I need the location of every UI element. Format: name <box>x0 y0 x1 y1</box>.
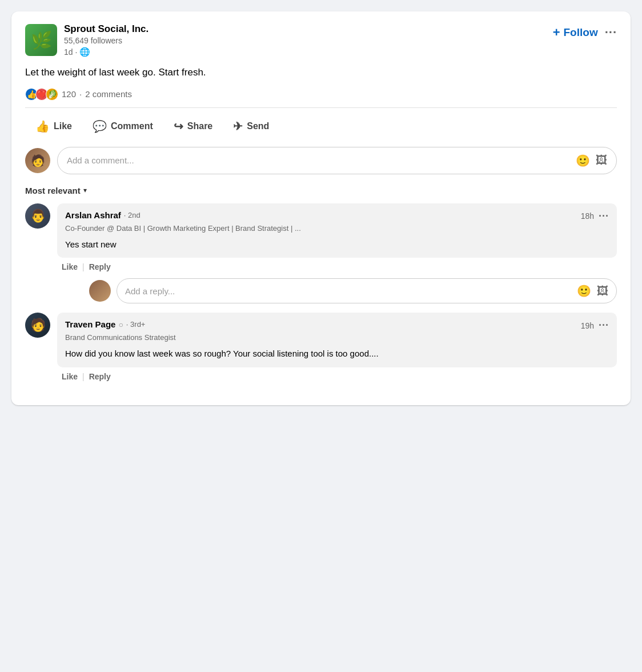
traven-connection: · 3rd+ <box>126 320 146 329</box>
traven-more-button[interactable]: ··· <box>599 319 609 331</box>
traven-avatar-img: 🧑 <box>30 318 46 333</box>
action-bar: 👍 Like 💬 Comment ↪ Share ✈ Send <box>25 113 617 147</box>
comment-right: Arslan Ashraf · 2nd 18h ··· Co-Founder @… <box>57 203 617 303</box>
comment-header-traven: Traven Page ○ · 3rd+ 19h ··· <box>65 319 609 331</box>
traven-comment-footer: Like | Reply <box>57 371 617 382</box>
comment-input-box[interactable]: Add a comment... 🙂 🖼 <box>57 147 617 174</box>
reply-user-avatar <box>89 280 111 302</box>
reply-emoji-icon[interactable]: 🙂 <box>577 284 591 298</box>
reactions-row: 👍 ❤️ 🥬 120 · 2 comments <box>25 88 617 101</box>
sort-arrow-icon: ▾ <box>83 186 87 194</box>
comment-block: 👨 Arslan Ashraf · 2nd 18h ··· Co-Founder… <box>25 203 617 303</box>
follow-label: Follow <box>564 26 598 39</box>
comment-name-row: Arslan Ashraf · 2nd <box>65 210 141 220</box>
company-logo: 🌿 <box>25 24 57 56</box>
send-icon: ✈ <box>233 119 243 133</box>
company-info: Sprout Social, Inc. 55,649 followers 1d … <box>64 23 149 57</box>
comment-text: Yes start new <box>65 238 609 251</box>
company-followers: 55,649 followers <box>64 35 149 46</box>
company-name[interactable]: Sprout Social, Inc. <box>64 23 149 35</box>
share-label: Share <box>187 121 212 131</box>
comment-bubble-traven: Traven Page ○ · 3rd+ 19h ··· Brand Commu… <box>57 313 617 367</box>
commenter-title: Co-Founder @ Data BI | Growth Marketing … <box>65 224 609 234</box>
traven-comment-text: How did you know last week was so rough?… <box>65 347 609 361</box>
reply-placeholder: Add a reply... <box>125 286 175 296</box>
reply-input-actions: 🙂 🖼 <box>577 284 608 298</box>
reply-image-icon[interactable]: 🖼 <box>597 285 608 298</box>
image-upload-icon[interactable]: 🖼 <box>596 154 607 167</box>
comment-right-traven: Traven Page ○ · 3rd+ 19h ··· Brand Commu… <box>57 313 617 382</box>
reaction-dot: · <box>79 89 82 99</box>
thumbs-up-icon: 👍 <box>35 119 50 133</box>
open-to-work-badge: ○ <box>118 320 123 329</box>
globe-icon: 🌐 <box>79 47 90 57</box>
divider <box>25 107 617 108</box>
share-icon: ↪ <box>174 119 183 133</box>
connection-badge: · 2nd <box>124 211 141 219</box>
header-left: 🌿 Sprout Social, Inc. 55,649 followers 1… <box>25 23 149 57</box>
traven-time-row: 19h ··· <box>581 319 609 331</box>
comment-like-button[interactable]: Like <box>58 261 81 273</box>
post-age: 1d <box>64 47 73 57</box>
post-card: 🌿 Sprout Social, Inc. 55,649 followers 1… <box>11 11 631 405</box>
comment-header: Arslan Ashraf · 2nd 18h ··· <box>65 210 609 222</box>
traven-reply-button[interactable]: Reply <box>86 371 114 382</box>
reply-input-row: Add a reply... 🙂 🖼 <box>89 278 617 303</box>
comments-count: 2 comments <box>85 89 132 99</box>
arslan-avatar: 👨 <box>25 203 50 229</box>
comment-reply-button[interactable]: Reply <box>86 261 114 273</box>
comment-placeholder: Add a comment... <box>67 155 134 165</box>
follow-button[interactable]: + Follow <box>553 25 598 40</box>
traven-like-button[interactable]: Like <box>58 371 81 382</box>
current-user-avatar: 🧑 <box>25 148 50 173</box>
arslan-avatar-img: 👨 <box>30 209 46 223</box>
traven-name[interactable]: Traven Page <box>65 319 115 329</box>
like-label: Like <box>54 121 72 131</box>
post-header: 🌿 Sprout Social, Inc. 55,649 followers 1… <box>25 23 617 57</box>
comment-more-button[interactable]: ··· <box>599 210 609 222</box>
post-text: Let the weight of last week go. Start fr… <box>25 65 617 80</box>
comment-icon: 💬 <box>93 119 107 133</box>
comment-label: Comment <box>111 121 153 131</box>
comment-input-row: 🧑 Add a comment... 🙂 🖼 <box>25 147 617 174</box>
footer-separator: | <box>82 262 85 271</box>
header-right: + Follow ··· <box>553 25 617 40</box>
user-avatar-img: 🧑 <box>31 154 45 167</box>
follow-plus-icon: + <box>553 25 560 40</box>
traven-title: Brand Communications Strategist <box>65 333 609 343</box>
post-meta: 1d · 🌐 <box>64 47 149 57</box>
leaf-icon: 🌿 <box>31 30 52 50</box>
sort-row[interactable]: Most relevant ▾ <box>25 186 617 195</box>
comment-bubble: Arslan Ashraf · 2nd 18h ··· Co-Founder @… <box>57 203 617 258</box>
share-button[interactable]: ↪ Share <box>163 115 223 138</box>
comment-footer: Like | Reply <box>57 261 617 273</box>
comment-time: 18h <box>581 211 594 221</box>
comment-name-row-traven: Traven Page ○ · 3rd+ <box>65 319 145 329</box>
dot-separator: · <box>75 47 78 57</box>
comment-input-actions: 🙂 🖼 <box>576 154 607 167</box>
clap-reaction-icon: 🥬 <box>46 88 58 101</box>
reaction-count: 120 <box>62 89 76 99</box>
reply-input-box[interactable]: Add a reply... 🙂 🖼 <box>117 278 617 303</box>
emoji-picker-icon[interactable]: 🙂 <box>576 154 590 167</box>
sort-label: Most relevant <box>25 186 81 195</box>
traven-avatar: 🧑 <box>25 313 50 338</box>
comment-button[interactable]: 💬 Comment <box>82 115 163 138</box>
send-button[interactable]: ✈ Send <box>223 115 279 138</box>
traven-footer-sep: | <box>82 372 85 381</box>
send-label: Send <box>247 121 269 131</box>
more-options-button[interactable]: ··· <box>605 25 617 40</box>
like-button[interactable]: 👍 Like <box>25 115 82 138</box>
traven-time: 19h <box>581 321 594 330</box>
commenter-name[interactable]: Arslan Ashraf <box>65 210 121 220</box>
comment-time-row: 18h ··· <box>581 210 609 222</box>
reaction-icons: 👍 ❤️ 🥬 <box>25 88 58 101</box>
comment-block: 🧑 Traven Page ○ · 3rd+ 19h ··· Brand Com… <box>25 313 617 382</box>
